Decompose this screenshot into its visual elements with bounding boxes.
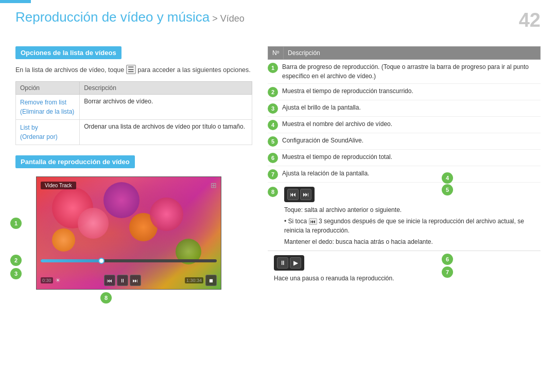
badge-5: 5 xyxy=(268,136,278,147)
desc-text-9-container: ⏸ ▶ Hace una pausa o reanuda la reproduc… xyxy=(274,255,541,283)
desc-item-3: 3 Ajusta el brillo de la pantalla. xyxy=(268,100,541,117)
label-3: 3 xyxy=(10,268,22,279)
desc-text-1: Barra de progreso de reproducción. (Toqu… xyxy=(282,62,541,81)
badge-2: 2 xyxy=(268,86,278,97)
listby-link[interactable]: List by(Ordenar por) xyxy=(20,124,58,140)
grid-icon: ⊞ xyxy=(211,181,217,189)
badge-4: 4 xyxy=(268,119,278,130)
video-title: Video Track xyxy=(41,182,76,189)
desc-text-8c: Mantener el dedo: busca hacia atrás o ha… xyxy=(284,237,541,246)
desc-item-1: 1 Barra de progreso de reproducción. (To… xyxy=(268,60,541,84)
play-btn-img: ▶ xyxy=(290,257,301,269)
total-time: 1:30:34 xyxy=(185,277,203,283)
stop-button[interactable]: ⏹ xyxy=(205,275,217,286)
badge-8: 8 xyxy=(268,187,278,197)
brightness-icon[interactable]: ☀ xyxy=(55,277,61,284)
table-row: List by(Ordenar por) Ordenar una lista d… xyxy=(16,120,252,145)
col-opcion: Opción xyxy=(16,82,80,95)
elapsed-time: 0:30 xyxy=(41,277,53,283)
desc-text-8-container: ⏮ ⏭ Toque: salta al archivo anterior o s… xyxy=(284,187,541,246)
desc-text-7: Ajusta la relación de la pantalla. xyxy=(282,169,369,178)
prev-button[interactable]: ⏮ xyxy=(104,275,115,286)
badge-1: 1 xyxy=(268,62,278,73)
desc-text-6: Muestra el tiempo de reproducción total. xyxy=(282,152,392,162)
right-column: Nº Descripción 1 Barra de progreso de re… xyxy=(268,46,541,287)
pause-btns: ⏸ ▶ xyxy=(274,255,304,271)
next-button[interactable]: ⏭ xyxy=(130,275,141,286)
label-5: 5 xyxy=(442,184,453,195)
desc-text-4: Muestra el nombre del archivo de vídeo. xyxy=(282,119,392,129)
nav-btns: ⏮ ⏭ xyxy=(284,187,315,202)
label-2: 2 xyxy=(10,255,22,266)
desc-listby: Ordenar una lista de archivos de vídeo p… xyxy=(80,120,252,145)
title-main: Reproducción de vídeo y música xyxy=(15,9,210,25)
nav-ctrl-image: ⏮ ⏭ xyxy=(284,187,541,202)
desc-text-2: Muestra el tiempo de reproducción transc… xyxy=(282,86,413,96)
desc-item-6: 6 Muestra el tiempo de reproducción tota… xyxy=(268,150,541,166)
left-controls: 0:30 ☀ xyxy=(41,277,61,284)
page-title: Reproducción de vídeo y música > Vídeo xyxy=(15,9,245,25)
video-controls: 0:30 ☀ ⏮ ⏸ ⏭ 1:30:34 ⏹ xyxy=(37,275,221,286)
option-remove: Remove from list(Eliminar de la lista) xyxy=(16,95,80,120)
pause-ctrl-image: ⏸ ▶ xyxy=(274,255,541,271)
video-section: Pantalla de reproducción de vídeo xyxy=(15,155,252,290)
page-number: 42 xyxy=(519,9,541,31)
video-top-bar: Video Track ⊞ xyxy=(37,181,221,189)
nav-controls: ⏮ ⏸ ⏭ xyxy=(104,275,141,286)
intro-text: En la lista de archivos de vídeo, toque … xyxy=(15,64,252,75)
remove-link[interactable]: Remove from list(Eliminar de la lista) xyxy=(20,99,74,115)
label-6: 6 xyxy=(442,254,453,265)
desc-text-8a: Toque: salta al archivo anterior o sigui… xyxy=(284,205,541,215)
label-1: 1 xyxy=(10,218,22,229)
label-8: 8 xyxy=(100,292,112,304)
col-desc: Descripción xyxy=(284,47,541,60)
badge-7: 7 xyxy=(268,169,278,180)
desc-item-9: ⏸ ▶ Hace una pausa o reanuda la reproduc… xyxy=(268,251,541,287)
desc-item-7: 7 Ajusta la relación de la pantalla. xyxy=(268,166,541,183)
section1-header: Opciones de la lista de vídeos xyxy=(15,46,121,59)
desc-item-5: 5 Configuración de SoundAlive. xyxy=(268,133,541,150)
progress-thumb xyxy=(98,258,105,264)
description-table: Nº Descripción xyxy=(268,46,541,60)
next-btn-img: ⏭ xyxy=(300,189,311,200)
badge-6: 6 xyxy=(268,152,278,163)
left-column: Opciones de la lista de vídeos En la lis… xyxy=(15,46,252,290)
options-table: Opción Descripción Remove from list(Elim… xyxy=(15,81,252,145)
label-4: 4 xyxy=(442,172,453,184)
col-descripcion: Descripción xyxy=(80,82,252,95)
prev-btn-img: ⏮ xyxy=(287,189,299,200)
pause-button[interactable]: ⏸ xyxy=(117,275,128,286)
top-accent-bar xyxy=(0,0,31,3)
title-subtitle: > Vídeo xyxy=(210,13,245,24)
video-bg xyxy=(37,177,221,289)
desc-remove: Borrar archivos de vídeo. xyxy=(80,95,252,120)
desc-item-2: 2 Muestra el tiempo de reproducción tran… xyxy=(268,84,541,100)
progress-bar[interactable] xyxy=(41,259,217,262)
desc-item-8: 8 ⏮ ⏭ Toque: salta al archivo anterior o… xyxy=(268,183,541,251)
desc-text-3: Ajusta el brillo de la pantalla. xyxy=(282,103,361,112)
label-7: 7 xyxy=(442,266,453,278)
desc-text-9: Hace una pausa o reanuda la reproducción… xyxy=(274,274,541,283)
desc-item-4: 4 Muestra el nombre del archivo de vídeo… xyxy=(268,117,541,133)
video-player: Video Track ⊞ 0:30 ☀ ⏮ xyxy=(36,176,221,290)
badge-3: 3 xyxy=(268,103,278,114)
table-row: Remove from list(Eliminar de la lista) B… xyxy=(16,95,252,120)
col-num: Nº xyxy=(268,47,284,60)
desc-text-8b: • Si toca ⏮ 3 segundos después de que se… xyxy=(284,217,541,235)
right-controls: 1:30:34 ⏹ xyxy=(185,275,217,286)
option-listby: List by(Ordenar por) xyxy=(16,120,80,145)
pause-btn-img: ⏸ xyxy=(277,257,288,269)
section2-header: Pantalla de reproducción de vídeo xyxy=(15,155,135,168)
progress-fill xyxy=(41,259,102,262)
desc-text-5: Configuración de SoundAlive. xyxy=(282,136,363,145)
